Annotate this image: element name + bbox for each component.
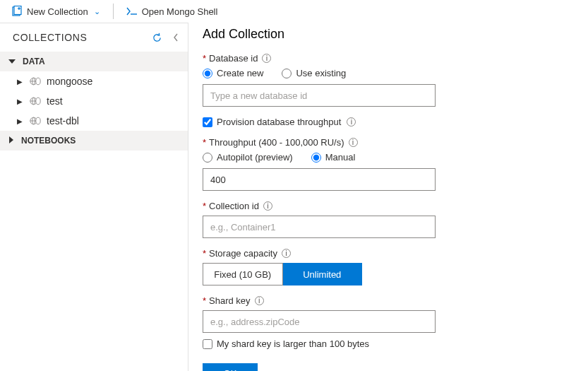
add-collection-panel: Add Collection * Database id i Create ne…: [188, 23, 588, 371]
top-toolbar: New Collection ⌄ Open Mongo Shell: [0, 0, 588, 23]
radio-create-new-input[interactable]: [203, 69, 212, 78]
collection-id-label: Collection id: [209, 201, 259, 211]
caret-right-icon: ▶: [17, 78, 24, 86]
caret-down-icon: [8, 57, 16, 66]
throughput-label: Throughput (400 - 100,000 RU/s): [209, 137, 344, 148]
info-icon[interactable]: i: [255, 296, 264, 305]
svg-marker-5: [8, 59, 16, 64]
throughput-input[interactable]: [203, 168, 436, 191]
required-marker: *: [203, 137, 206, 148]
caret-right-icon: ▶: [17, 98, 24, 105]
new-collection-label: New Collection: [27, 6, 88, 17]
panel-title: Add Collection: [203, 27, 574, 42]
radio-autopilot[interactable]: Autopilot (preview): [203, 152, 293, 163]
database-icon: [30, 96, 41, 106]
field-storage: * Storage capacity i Fixed (10 GB) Unlim…: [203, 248, 574, 285]
field-shard-key: * Shard key i My shard key is larger tha…: [203, 295, 574, 349]
sidebar-title: COLLECTIONS: [13, 32, 87, 43]
database-id-label: Database id: [209, 53, 258, 64]
checkbox-provision-label: Provision database throughput: [217, 117, 341, 127]
svg-point-9: [36, 78, 40, 85]
field-throughput: * Throughput (400 - 100,000 RU/s) i Auto…: [203, 137, 574, 191]
required-marker: *: [203, 295, 206, 306]
svg-marker-18: [9, 136, 13, 143]
info-icon[interactable]: i: [349, 138, 358, 147]
checkbox-large-shard-label: My shard key is larger than 100 bytes: [217, 338, 369, 349]
radio-use-existing[interactable]: Use existing: [282, 68, 346, 78]
storage-fixed-button[interactable]: Fixed (10 GB): [203, 263, 283, 285]
caret-right-icon: ▶: [17, 117, 24, 125]
database-id-input[interactable]: [203, 84, 436, 107]
shard-key-label: Shard key: [209, 295, 251, 306]
toolbar-separator: [113, 4, 114, 19]
new-collection-button[interactable]: New Collection ⌄: [6, 3, 106, 20]
storage-label: Storage capacity: [209, 248, 277, 259]
tree-section-label: DATA: [23, 57, 45, 66]
tree-item-label: test: [47, 95, 63, 107]
tree-item-test[interactable]: ▶ test: [0, 91, 188, 111]
required-marker: *: [203, 53, 206, 64]
info-icon[interactable]: i: [347, 117, 356, 126]
radio-manual[interactable]: Manual: [311, 152, 356, 163]
chevron-down-icon: ⌄: [94, 7, 100, 16]
field-collection-id: * Collection id i: [203, 201, 574, 238]
checkbox-large-shard-input[interactable]: [203, 339, 212, 349]
mongo-shell-icon: [126, 7, 138, 16]
storage-unlimited-button[interactable]: Unlimited: [283, 263, 363, 285]
tree-item-test-dbl[interactable]: ▶ test-dbl: [0, 111, 188, 131]
collection-id-input[interactable]: [203, 216, 436, 238]
required-marker: *: [203, 201, 206, 211]
checkbox-provision-input[interactable]: [203, 117, 212, 127]
svg-point-17: [36, 117, 40, 124]
sidebar: COLLECTIONS DATA ▶ mongoose: [0, 23, 188, 371]
checkbox-provision[interactable]: Provision database throughput i: [203, 117, 574, 127]
tree-section-notebooks[interactable]: NOTEBOOKS: [0, 131, 188, 151]
field-database-id: * Database id i Create new Use existing: [203, 53, 574, 107]
radio-create-new-label: Create new: [217, 68, 263, 78]
sidebar-header: COLLECTIONS: [0, 23, 188, 52]
radio-autopilot-input[interactable]: [203, 153, 212, 163]
open-shell-label: Open Mongo Shell: [142, 6, 218, 17]
checkbox-large-shard[interactable]: My shard key is larger than 100 bytes: [203, 338, 574, 349]
caret-right-icon: [8, 136, 14, 146]
main-area: COLLECTIONS DATA ▶ mongoose: [0, 23, 588, 371]
tree-item-label: test-dbl: [47, 115, 79, 126]
tree-item-label: mongoose: [47, 76, 92, 87]
database-icon: [30, 76, 41, 86]
shard-key-input[interactable]: [203, 310, 436, 333]
svg-point-13: [36, 98, 40, 105]
new-collection-icon: [11, 6, 23, 17]
tree-section-data[interactable]: DATA: [0, 52, 188, 71]
svg-rect-1: [14, 6, 21, 15]
info-icon[interactable]: i: [282, 249, 291, 258]
field-provision: Provision database throughput i: [203, 117, 574, 127]
refresh-icon[interactable]: [152, 33, 162, 43]
storage-segmented-control: Fixed (10 GB) Unlimited: [203, 263, 362, 285]
database-icon: [30, 116, 41, 126]
radio-manual-input[interactable]: [311, 153, 321, 163]
radio-use-existing-input[interactable]: [282, 69, 292, 78]
collapse-sidebar-icon[interactable]: [172, 33, 179, 42]
radio-use-existing-label: Use existing: [296, 68, 346, 78]
info-icon[interactable]: i: [262, 54, 271, 63]
open-shell-button[interactable]: Open Mongo Shell: [121, 4, 224, 20]
tree-section-label: NOTEBOOKS: [21, 136, 76, 146]
radio-autopilot-label: Autopilot (preview): [217, 152, 293, 163]
tree-item-mongoose[interactable]: ▶ mongoose: [0, 71, 188, 91]
required-marker: *: [203, 248, 206, 259]
radio-manual-label: Manual: [325, 152, 356, 163]
ok-button[interactable]: OK: [203, 363, 258, 371]
info-icon[interactable]: i: [263, 201, 272, 211]
radio-create-new[interactable]: Create new: [203, 68, 263, 78]
